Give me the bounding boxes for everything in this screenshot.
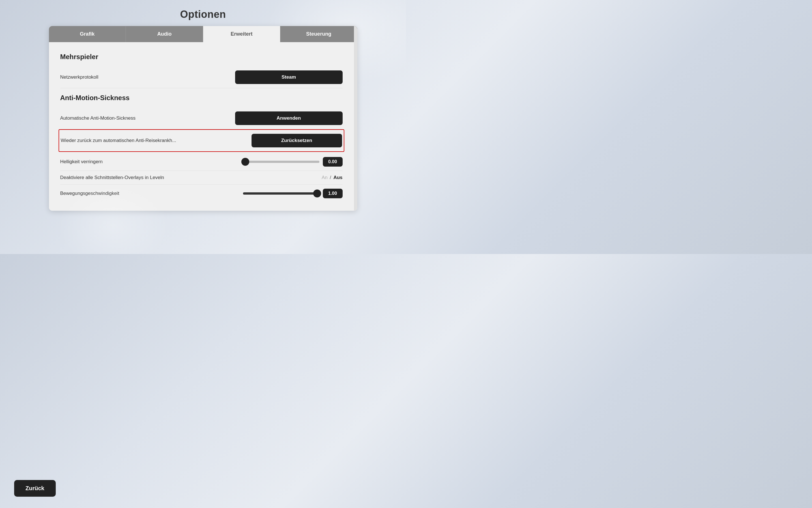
section-title-mehrspieler: Mehrspieler xyxy=(60,53,342,61)
button-zuruecksetzen[interactable]: Zurücksetzen xyxy=(251,134,342,147)
tab-erweitert[interactable]: Erweitert xyxy=(203,26,280,42)
setting-wieder-zurueck: Wieder zurück zum automatischen Anti-Rei… xyxy=(61,130,342,151)
control-bewegungsgeschwindigkeit: 1.00 xyxy=(243,189,342,198)
control-netzwerkprotokoll: Steam xyxy=(235,71,342,84)
toggle-off-label[interactable]: Aus xyxy=(333,175,342,180)
setting-automatische-anti-motion: Automatische Anti-Motion-Sickness Anwend… xyxy=(60,108,342,129)
options-panel: Grafik Audio Erweitert Steuerung Mehrspi… xyxy=(49,26,357,211)
setting-helligkeit: Helligkeit verringern 0.00 xyxy=(60,153,342,171)
helligkeit-slider-thumb[interactable] xyxy=(241,158,249,166)
setting-bewegungsgeschwindigkeit: Bewegungsgeschwindigkeit 1.00 xyxy=(60,185,342,202)
page-title: Optionen xyxy=(180,8,226,20)
button-steam[interactable]: Steam xyxy=(235,71,342,84)
bewegung-slider-thumb[interactable] xyxy=(313,189,321,198)
control-anwenden: Anwenden xyxy=(235,112,342,125)
button-anwenden[interactable]: Anwenden xyxy=(235,112,342,125)
tabs-row: Grafik Audio Erweitert Steuerung xyxy=(49,26,357,42)
helligkeit-value: 0.00 xyxy=(323,157,342,167)
label-deaktiviere-overlays: Deaktiviere alle Schnittstellen-Overlays… xyxy=(60,175,322,180)
tab-grafik[interactable]: Grafik xyxy=(49,26,126,42)
control-helligkeit: 0.00 xyxy=(243,157,342,167)
control-zuruecksetzen: Zurücksetzen xyxy=(251,134,342,147)
toggle-divider: / xyxy=(330,175,331,180)
bewegung-slider-track[interactable] xyxy=(243,192,319,195)
setting-netzwerkprotokoll: Netzwerkprotokoll Steam xyxy=(60,67,342,88)
section-title-anti-motion: Anti-Motion-Sickness xyxy=(60,94,342,102)
control-toggle-overlays: An / Aus xyxy=(322,175,342,180)
highlight-wrapper: Wieder zurück zum automatischen Anti-Rei… xyxy=(58,129,344,152)
bewegung-value: 1.00 xyxy=(323,189,342,198)
tab-steuerung[interactable]: Steuerung xyxy=(280,26,357,42)
content-area: Mehrspieler Netzwerkprotokoll Steam Anti… xyxy=(49,42,357,211)
label-netzwerkprotokoll: Netzwerkprotokoll xyxy=(60,74,235,80)
toggle-on-label[interactable]: An xyxy=(322,175,328,180)
setting-deaktiviere-overlays: Deaktiviere alle Schnittstellen-Overlays… xyxy=(60,171,342,185)
label-automatische-anti-motion: Automatische Anti-Motion-Sickness xyxy=(60,115,235,121)
helligkeit-slider-track[interactable] xyxy=(243,161,319,163)
label-helligkeit: Helligkeit verringern xyxy=(60,159,243,165)
label-wieder-zurueck: Wieder zurück zum automatischen Anti-Rei… xyxy=(61,138,251,143)
label-bewegungsgeschwindigkeit: Bewegungsgeschwindigkeit xyxy=(60,190,243,196)
tab-audio[interactable]: Audio xyxy=(126,26,203,42)
